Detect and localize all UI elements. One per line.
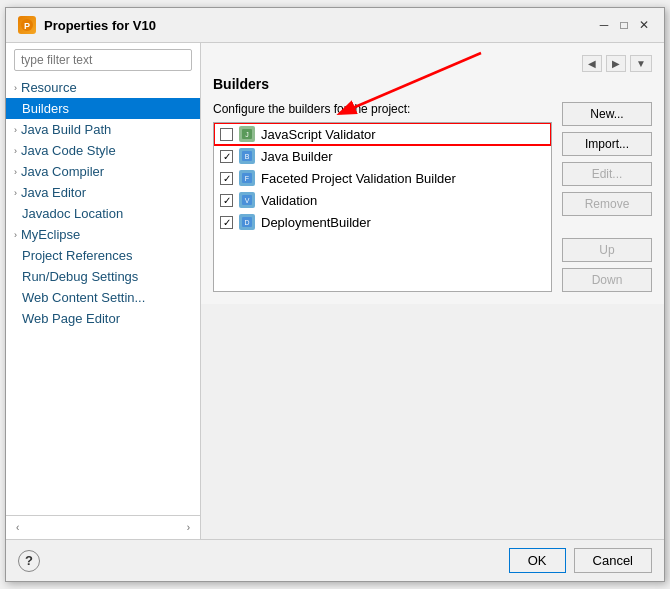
minimize-button[interactable]: ─ — [596, 17, 612, 33]
footer-left: ? — [18, 550, 40, 572]
builders-list: J JavaScript Validator B Java Builder — [213, 122, 552, 292]
builder-label-validation: Validation — [261, 193, 317, 208]
dialog-body: › Resource Builders › Java Build Path › … — [6, 43, 664, 539]
svg-text:V: V — [245, 197, 250, 204]
edit-button[interactable]: Edit... — [562, 162, 652, 186]
ok-button[interactable]: OK — [509, 548, 566, 573]
builder-item-validation[interactable]: V Validation — [214, 189, 551, 211]
dropdown-button[interactable]: ▼ — [630, 55, 652, 72]
sidebar-item-project-references[interactable]: Project References — [6, 245, 200, 266]
sidebar-item-label: Java Build Path — [21, 122, 111, 137]
properties-dialog: P Properties for V10 ─ □ ✕ › Resource Bu… — [5, 7, 665, 582]
svg-text:D: D — [244, 219, 249, 226]
builder-checkbox-deployment-builder[interactable] — [220, 216, 233, 229]
maximize-button[interactable]: □ — [616, 17, 632, 33]
svg-text:B: B — [245, 153, 250, 160]
sidebar-item-java-editor[interactable]: › Java Editor — [6, 182, 200, 203]
sidebar-item-label: Java Editor — [21, 185, 86, 200]
main-wrapper: ◀ ▶ ▼ Builders Configure the builders fo… — [201, 43, 664, 539]
sidebar-item-java-code-style[interactable]: › Java Code Style — [6, 140, 200, 161]
builder-item-deployment-builder[interactable]: D DeploymentBuilder — [214, 211, 551, 233]
title-bar-left: P Properties for V10 — [18, 16, 156, 34]
chevron-icon: › — [14, 83, 17, 93]
builder-label-js-validator: JavaScript Validator — [261, 127, 376, 142]
builder-icon-validation: V — [239, 192, 255, 208]
sidebar-list: › Resource Builders › Java Build Path › … — [6, 77, 200, 515]
builder-checkbox-faceted-project[interactable] — [220, 172, 233, 185]
scroll-right-arrow[interactable]: › — [181, 520, 196, 535]
sidebar-item-myeclipse[interactable]: › MyEclipse — [6, 224, 200, 245]
builder-label-java-builder: Java Builder — [261, 149, 333, 164]
svg-text:F: F — [245, 175, 249, 182]
chevron-icon: › — [14, 125, 17, 135]
chevron-icon: › — [14, 167, 17, 177]
configure-label: Configure the builders for the project: — [213, 102, 552, 116]
sidebar-item-label: Java Code Style — [21, 143, 116, 158]
builder-checkbox-java-builder[interactable] — [220, 150, 233, 163]
builder-checkbox-js-validator[interactable] — [220, 128, 233, 141]
close-button[interactable]: ✕ — [636, 17, 652, 33]
svg-text:J: J — [245, 131, 249, 138]
sidebar-item-run-debug-settings[interactable]: Run/Debug Settings — [6, 266, 200, 287]
sidebar-item-builders[interactable]: Builders — [6, 98, 200, 119]
sidebar-item-resource[interactable]: › Resource — [6, 77, 200, 98]
new-button[interactable]: New... — [562, 102, 652, 126]
sidebar-item-label: Javadoc Location — [22, 206, 123, 221]
chevron-icon: › — [14, 146, 17, 156]
footer-right: OK Cancel — [509, 548, 652, 573]
help-button[interactable]: ? — [18, 550, 40, 572]
back-button[interactable]: ◀ — [582, 55, 602, 72]
sidebar-item-label: Run/Debug Settings — [22, 269, 138, 284]
sidebar-item-javadoc-location[interactable]: Javadoc Location — [6, 203, 200, 224]
down-button[interactable]: Down — [562, 268, 652, 292]
chevron-icon: › — [14, 188, 17, 198]
builder-item-js-validator[interactable]: J JavaScript Validator — [214, 123, 551, 145]
right-buttons: New... Import... Edit... Remove Up Down — [562, 102, 652, 292]
svg-text:P: P — [24, 21, 30, 31]
title-controls: ─ □ ✕ — [596, 17, 652, 33]
content-area: Configure the builders for the project: … — [213, 102, 652, 292]
filter-input[interactable] — [14, 49, 192, 71]
builder-checkbox-validation[interactable] — [220, 194, 233, 207]
dialog-icon: P — [18, 16, 36, 34]
chevron-icon: › — [14, 230, 17, 240]
sidebar: › Resource Builders › Java Build Path › … — [6, 43, 201, 539]
up-button[interactable]: Up — [562, 238, 652, 262]
sidebar-footer: ‹ › — [6, 515, 200, 539]
builder-item-java-builder[interactable]: B Java Builder — [214, 145, 551, 167]
scroll-left-arrow[interactable]: ‹ — [10, 520, 25, 535]
sidebar-item-java-build-path[interactable]: › Java Build Path — [6, 119, 200, 140]
title-bar: P Properties for V10 ─ □ ✕ — [6, 8, 664, 43]
sidebar-item-label: Builders — [22, 101, 69, 116]
sidebar-item-web-content-settings[interactable]: Web Content Settin... — [6, 287, 200, 308]
dialog-title: Properties for V10 — [44, 18, 156, 33]
sidebar-item-label: Resource — [21, 80, 77, 95]
sidebar-item-web-page-editor[interactable]: Web Page Editor — [6, 308, 200, 329]
builder-icon-js-validator: J — [239, 126, 255, 142]
sidebar-item-label: Web Page Editor — [22, 311, 120, 326]
sidebar-item-java-compiler[interactable]: › Java Compiler — [6, 161, 200, 182]
main-content: ◀ ▶ ▼ Builders Configure the builders fo… — [201, 43, 664, 304]
sidebar-item-label: MyEclipse — [21, 227, 80, 242]
builder-label-faceted-project: Faceted Project Validation Builder — [261, 171, 456, 186]
remove-button[interactable]: Remove — [562, 192, 652, 216]
builder-item-faceted-project[interactable]: F Faceted Project Validation Builder — [214, 167, 551, 189]
import-button[interactable]: Import... — [562, 132, 652, 156]
builder-icon-faceted-project: F — [239, 170, 255, 186]
builder-icon-deployment-builder: D — [239, 214, 255, 230]
dialog-footer: ? OK Cancel — [6, 539, 664, 581]
sidebar-item-label: Project References — [22, 248, 133, 263]
builders-panel: Configure the builders for the project: … — [213, 102, 552, 292]
forward-button[interactable]: ▶ — [606, 55, 626, 72]
sidebar-item-label: Java Compiler — [21, 164, 104, 179]
builder-label-deployment-builder: DeploymentBuilder — [261, 215, 371, 230]
nav-arrows: ◀ ▶ ▼ — [213, 55, 652, 72]
cancel-button[interactable]: Cancel — [574, 548, 652, 573]
builder-icon-java-builder: B — [239, 148, 255, 164]
section-title: Builders — [213, 76, 652, 92]
sidebar-item-label: Web Content Settin... — [22, 290, 145, 305]
